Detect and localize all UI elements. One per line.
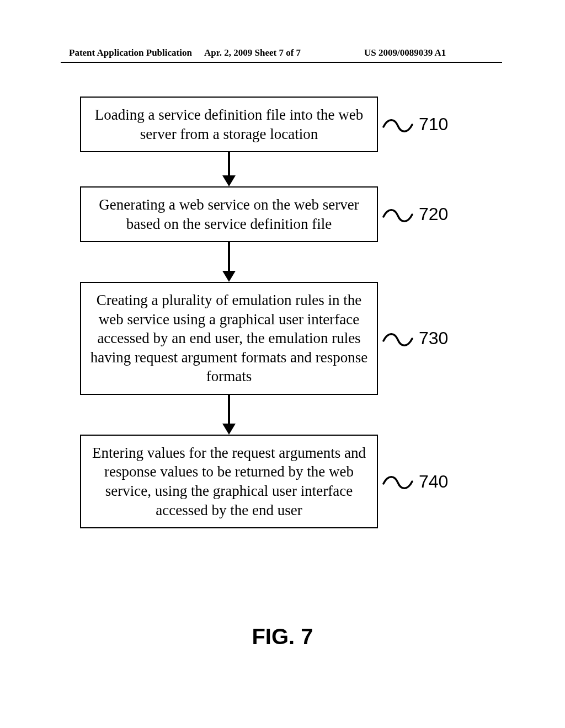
callout-squiggle-icon xyxy=(382,329,413,349)
flow-arrow xyxy=(80,152,378,186)
header-rule xyxy=(61,62,502,63)
flow-arrow xyxy=(80,395,378,435)
ref-number: 740 xyxy=(419,472,448,492)
flow-step-740: Entering values for the request argument… xyxy=(80,435,488,528)
flow-box: Generating a web service on the web serv… xyxy=(80,186,378,242)
ref-number: 710 xyxy=(419,114,448,135)
callout-squiggle-icon xyxy=(382,115,413,135)
flow-box: Loading a service definition file into t… xyxy=(80,97,378,152)
header-publication-type: Patent Application Publication xyxy=(69,47,192,58)
ref-connector: 720 xyxy=(382,204,448,224)
header-date-sheet: Apr. 2, 2009 Sheet 7 of 7 xyxy=(204,47,301,58)
flow-arrow xyxy=(80,242,378,282)
ref-number: 720 xyxy=(419,204,448,224)
ref-number: 730 xyxy=(419,328,448,349)
callout-squiggle-icon xyxy=(382,205,413,224)
ref-connector: 740 xyxy=(382,472,448,492)
flow-step-710: Loading a service definition file into t… xyxy=(80,97,488,152)
ref-connector: 730 xyxy=(382,328,448,349)
ref-connector: 710 xyxy=(382,114,448,135)
header-publication-number: US 2009/0089039 A1 xyxy=(364,47,446,58)
callout-squiggle-icon xyxy=(382,472,413,491)
flow-box: Creating a plurality of emulation rules … xyxy=(80,282,378,395)
flow-step-720: Generating a web service on the web serv… xyxy=(80,186,488,242)
page: Patent Application Publication Apr. 2, 2… xyxy=(0,0,565,728)
flowchart: Loading a service definition file into t… xyxy=(80,97,488,528)
flow-box: Entering values for the request argument… xyxy=(80,435,378,528)
flow-step-730: Creating a plurality of emulation rules … xyxy=(80,282,488,395)
figure-label: FIG. 7 xyxy=(0,624,565,649)
